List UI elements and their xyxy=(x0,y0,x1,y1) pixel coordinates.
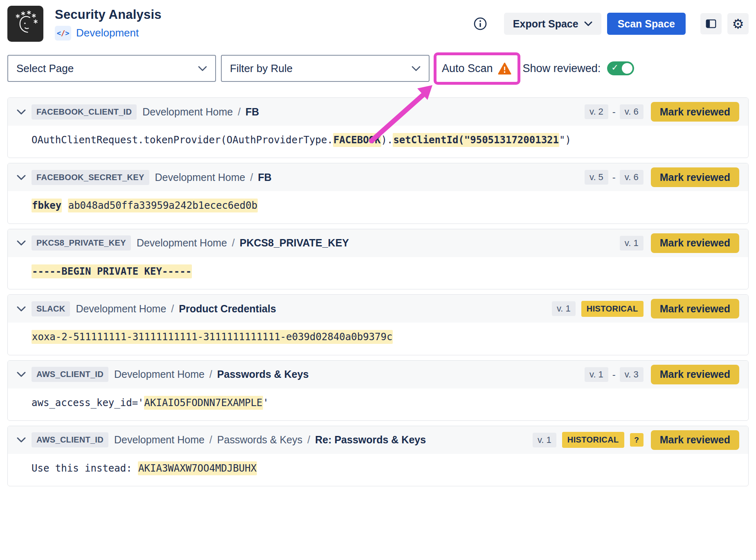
question-badge[interactable]: ? xyxy=(630,433,644,447)
result-header: SLACK Development Home/Product Credentia… xyxy=(8,295,748,323)
rule-badge: PKCS8_PRIVATE_KEY xyxy=(32,235,131,251)
mark-reviewed-button[interactable]: Mark reviewed xyxy=(651,430,739,450)
code-snippet: OAuthClientRequest.tokenProvider(OAuthPr… xyxy=(8,126,748,158)
historical-badge: HISTORICAL xyxy=(562,432,624,448)
mark-reviewed-button[interactable]: Mark reviewed xyxy=(651,233,739,253)
version-range: v. 5-v. 6 xyxy=(585,170,644,185)
show-reviewed-control: Show reviewed: ✓ xyxy=(523,61,634,75)
result-block: PKCS8_PRIVATE_KEY Development Home/PKCS8… xyxy=(7,229,749,289)
result-header: FACEBOOK_CLIENT_ID Development Home/FB v… xyxy=(8,98,748,126)
result-block: SLACK Development Home/Product Credentia… xyxy=(7,294,749,355)
code-snippet: aws_access_key_id='AKIAIO5FODNN7EXAMPLE' xyxy=(8,388,748,420)
auto-scan-label: Auto Scan xyxy=(442,62,493,75)
collapse-chevron-icon[interactable] xyxy=(17,240,26,246)
gear-icon: ⚙ xyxy=(732,17,744,31)
filter-rule-dropdown[interactable]: Filter by Rule xyxy=(221,55,430,82)
code-snippet: fbkey ab048ad50ffa33959a242b1ecec6ed0b xyxy=(8,191,748,223)
code-snippet: -----BEGIN PRIVATE KEY----- xyxy=(8,257,748,289)
result-block: AWS_CLIENT_ID Development Home/Passwords… xyxy=(7,360,749,421)
collapse-chevron-icon[interactable] xyxy=(17,306,26,312)
collapse-chevron-icon[interactable] xyxy=(17,437,26,443)
version-range: v. 2-v. 6 xyxy=(585,104,644,119)
code-space-icon: </> xyxy=(55,26,71,41)
code-snippet: Use this instead: AKIA3WAXW7OO4MDJBUHX xyxy=(8,454,748,486)
export-space-button[interactable]: Export Space xyxy=(504,13,601,35)
filter-row: Select Page Filter by Rule Auto Scan Sho… xyxy=(7,55,749,82)
collapse-chevron-icon[interactable] xyxy=(17,175,26,180)
app-logo-icon xyxy=(7,6,43,42)
show-reviewed-label: Show reviewed: xyxy=(523,62,601,75)
export-space-label: Export Space xyxy=(513,18,578,30)
result-header: FACEBOOK_SECRET_KEY Development Home/FB … xyxy=(8,163,748,191)
breadcrumb: Development Home/Passwords & Keys xyxy=(114,368,309,380)
chevron-down-icon xyxy=(198,66,207,71)
filter-rule-placeholder: Filter by Rule xyxy=(230,62,292,75)
title-block: Security Analysis </> Development xyxy=(55,7,162,41)
result-block: AWS_CLIENT_ID Development Home/Passwords… xyxy=(7,426,749,486)
mark-reviewed-button[interactable]: Mark reviewed xyxy=(651,102,739,122)
security-analysis-page: Security Analysis </> Development Export… xyxy=(0,0,756,560)
rule-badge: AWS_CLIENT_ID xyxy=(32,367,108,382)
breadcrumb: Development Home/FB xyxy=(155,172,272,183)
version-range: v. 1-v. 3 xyxy=(585,367,644,382)
rule-badge: AWS_CLIENT_ID xyxy=(32,432,108,447)
settings-button[interactable]: ⚙ xyxy=(727,13,749,34)
show-reviewed-toggle[interactable]: ✓ xyxy=(607,61,634,75)
version-range: v. 1 xyxy=(533,433,556,447)
mark-reviewed-button[interactable]: Mark reviewed xyxy=(651,299,739,318)
info-icon[interactable] xyxy=(473,16,488,31)
mark-reviewed-button[interactable]: Mark reviewed xyxy=(651,365,739,384)
select-page-dropdown[interactable]: Select Page xyxy=(7,55,216,82)
toggle-knob xyxy=(622,63,632,74)
mark-reviewed-button[interactable]: Mark reviewed xyxy=(651,167,739,187)
code-snippet: xoxa-2-511111111-31111111111-31111111111… xyxy=(8,323,748,355)
result-block: FACEBOOK_CLIENT_ID Development Home/FB v… xyxy=(7,97,749,158)
version-range: v. 1 xyxy=(620,236,644,251)
result-header: AWS_CLIENT_ID Development Home/Passwords… xyxy=(8,426,748,454)
result-block: FACEBOOK_SECRET_KEY Development Home/FB … xyxy=(7,163,749,224)
warning-triangle-icon[interactable] xyxy=(498,62,511,75)
layout-panel-button[interactable] xyxy=(700,13,722,34)
collapse-chevron-icon[interactable] xyxy=(17,109,26,115)
panel-layout-icon xyxy=(705,18,717,30)
check-icon: ✓ xyxy=(611,63,619,72)
select-page-placeholder: Select Page xyxy=(16,62,74,75)
header-actions: Export Space Scan Space ⚙ xyxy=(473,13,749,35)
result-header: PKCS8_PRIVATE_KEY Development Home/PKCS8… xyxy=(8,229,748,257)
space-link[interactable]: Development xyxy=(76,27,139,39)
chevron-down-icon xyxy=(584,21,592,26)
header: Security Analysis </> Development Export… xyxy=(7,6,749,42)
breadcrumb: Development Home/Passwords & Keys/Re: Pa… xyxy=(114,434,426,446)
auto-scan-control[interactable]: Auto Scan xyxy=(440,62,513,75)
breadcrumb: Development Home/PKCS8_PRIVATE_KEY xyxy=(137,237,349,249)
rule-badge: SLACK xyxy=(32,301,70,316)
rule-badge: FACEBOOK_SECRET_KEY xyxy=(32,170,149,185)
breadcrumb: Development Home/FB xyxy=(142,106,259,118)
collapse-chevron-icon[interactable] xyxy=(17,372,26,377)
page-title: Security Analysis xyxy=(55,7,162,22)
scan-space-button[interactable]: Scan Space xyxy=(607,13,686,35)
historical-badge: HISTORICAL xyxy=(581,301,644,317)
version-range: v. 1 xyxy=(552,301,576,316)
breadcrumb: Development Home/Product Credentials xyxy=(76,303,276,315)
rule-badge: FACEBOOK_CLIENT_ID xyxy=(32,104,137,120)
chevron-down-icon xyxy=(412,66,421,71)
results-list: FACEBOOK_CLIENT_ID Development Home/FB v… xyxy=(7,97,749,486)
result-header: AWS_CLIENT_ID Development Home/Passwords… xyxy=(8,361,748,388)
